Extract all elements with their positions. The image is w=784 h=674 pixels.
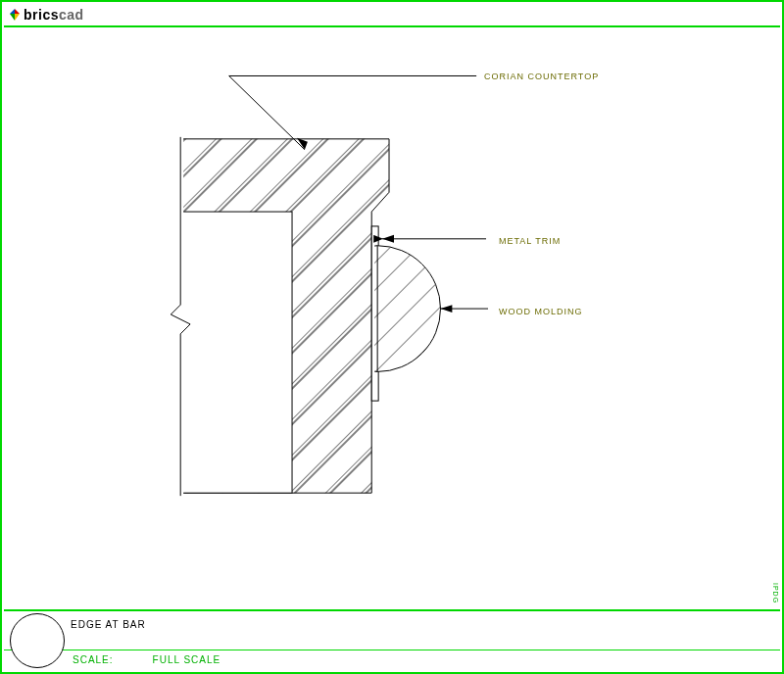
header-bar: bricscad xyxy=(4,4,780,27)
svg-marker-2 xyxy=(10,14,15,21)
svg-marker-17 xyxy=(440,305,452,313)
app-frame: bricscad xyxy=(0,0,784,674)
scale-value: FULL SCALE xyxy=(153,654,221,665)
brand-brics: brics xyxy=(24,7,59,23)
svg-marker-0 xyxy=(15,9,20,14)
scale-label: SCALE: xyxy=(73,654,114,665)
detail-bubble-icon xyxy=(10,613,65,668)
brand-cad: cad xyxy=(59,7,84,23)
side-text: IPDG xyxy=(772,583,779,603)
svg-rect-10 xyxy=(180,212,292,493)
label-metal: METAL TRIM xyxy=(499,236,561,246)
bricscad-logo-icon xyxy=(8,8,22,22)
label-wood: WOOD MOLDING xyxy=(499,307,583,316)
drawing-title: EDGE AT BAR xyxy=(71,619,146,630)
brand-text: bricscad xyxy=(24,7,84,23)
svg-marker-16 xyxy=(382,235,394,243)
cad-drawing xyxy=(4,27,780,607)
label-corian: CORIAN COUNTERTOP xyxy=(484,72,599,81)
svg-marker-3 xyxy=(15,14,20,21)
scale-row: SCALE: FULL SCALE xyxy=(4,650,780,670)
drawing-canvas[interactable]: CORIAN COUNTERTOP METAL TRIM WOOD MOLDIN… xyxy=(4,27,780,607)
title-row: EDGE AT BAR xyxy=(4,611,780,650)
svg-rect-11 xyxy=(175,137,183,496)
svg-marker-1 xyxy=(10,9,15,14)
title-block: EDGE AT BAR SCALE: FULL SCALE xyxy=(4,609,780,670)
